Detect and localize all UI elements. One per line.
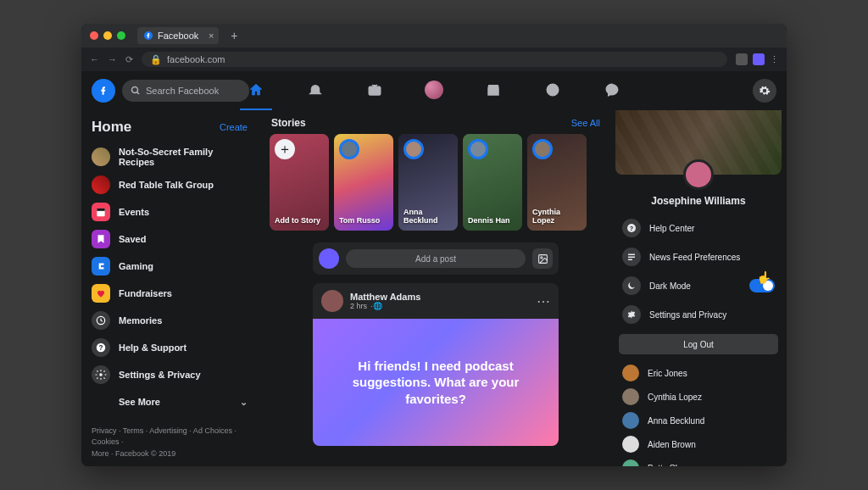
settings-gear-button[interactable] xyxy=(753,79,776,103)
window-titlebar: Facebook × + xyxy=(81,24,787,47)
svg-text:?: ? xyxy=(99,344,103,352)
close-window-button[interactable] xyxy=(90,31,98,40)
sidebar-item-recipes[interactable]: Not-So-Secret Family Recipes xyxy=(86,142,253,171)
post-more-button[interactable]: ⋯ xyxy=(537,293,550,309)
tab-title: Facebook xyxy=(158,31,198,41)
nav-marketplace[interactable] xyxy=(477,71,509,110)
sidebar-item-memories[interactable]: Memories xyxy=(86,307,253,334)
contact-item[interactable]: Anna Becklund xyxy=(619,409,778,432)
create-link[interactable]: Create xyxy=(220,122,248,132)
browser-profile-avatar[interactable] xyxy=(753,53,765,65)
search-input[interactable]: Search Facebook xyxy=(122,80,249,102)
app-root: Search Facebook Home xyxy=(81,71,787,466)
post-card: Matthew Adams 2 hrs·🌐 ⋯ Hi friends! I ne… xyxy=(313,283,559,446)
menu-news-feed-prefs[interactable]: News Feed Preferences xyxy=(619,242,778,271)
sidebar-item-see-more[interactable]: See More⌄ xyxy=(86,388,253,415)
svg-rect-17 xyxy=(628,254,635,256)
post-author-name[interactable]: Matthew Adams xyxy=(350,292,420,302)
svg-rect-18 xyxy=(628,257,635,259)
contact-item[interactable]: Aiden Brown xyxy=(619,432,778,456)
svg-point-6 xyxy=(554,87,556,90)
contacts-list: Eric Jones Cynthia Lopez Anna Becklund A… xyxy=(615,361,782,466)
search-placeholder: Search Facebook xyxy=(146,86,219,96)
svg-rect-19 xyxy=(628,259,632,261)
close-tab-icon[interactable]: × xyxy=(209,31,214,41)
svg-line-2 xyxy=(137,92,140,95)
sidebar-item-fundraisers[interactable]: Fundraisers xyxy=(86,280,253,307)
svg-rect-8 xyxy=(97,209,104,211)
story-card[interactable]: Dennis Han xyxy=(463,134,522,231)
composer-avatar[interactable] xyxy=(319,248,339,269)
composer-input[interactable]: Add a post xyxy=(346,249,526,268)
gear-icon xyxy=(622,305,641,324)
post-body: Hi friends! I need podcast suggestions. … xyxy=(313,319,559,446)
profile-menu: ?Help Center News Feed Preferences Dark … xyxy=(615,214,782,329)
sidebar-item-settings[interactable]: Settings & Privacy xyxy=(86,361,253,388)
menu-settings-privacy[interactable]: Settings and Privacy xyxy=(619,300,778,329)
browser-toolbar: ← → ⟳ 🔒 facebook.com ⋮ xyxy=(81,47,787,71)
svg-point-14 xyxy=(540,256,542,258)
dark-mode-toggle[interactable] xyxy=(749,279,775,292)
sidebar-item-gaming[interactable]: Gaming xyxy=(86,253,253,280)
nav-watch[interactable] xyxy=(359,71,391,110)
left-sidebar: Home Create Not-So-Secret Family Recipes… xyxy=(81,110,261,466)
menu-help-center[interactable]: ?Help Center xyxy=(619,214,778,242)
logout-button[interactable]: Log Out xyxy=(619,334,778,354)
svg-text:?: ? xyxy=(630,226,633,231)
contact-item[interactable]: Eric Jones xyxy=(619,361,778,385)
extension-icon[interactable] xyxy=(736,53,748,65)
back-button[interactable]: ← xyxy=(90,54,99,64)
post-text: Hi friends! I need podcast suggestions. … xyxy=(333,358,538,408)
contact-item[interactable]: Betty Chen xyxy=(619,456,778,466)
nav-home[interactable] xyxy=(240,71,272,110)
forward-button[interactable]: → xyxy=(108,54,117,64)
browser-tab[interactable]: Facebook × xyxy=(137,27,219,44)
svg-point-12 xyxy=(99,373,103,376)
sidebar-title: Home xyxy=(92,119,131,136)
url-text: facebook.com xyxy=(167,54,225,64)
facebook-logo[interactable] xyxy=(92,79,115,103)
stories-title: Stories xyxy=(271,117,306,129)
nav-notifications[interactable] xyxy=(299,71,331,110)
new-tab-button[interactable]: + xyxy=(231,29,237,42)
feed: Stories See All ＋Add to Story Tom Russo … xyxy=(261,110,610,466)
minimize-window-button[interactable] xyxy=(103,31,112,40)
footer-links: Privacy · Terms · Advertising · Ad Choic… xyxy=(86,426,253,467)
contact-item[interactable]: Cynthia Lopez xyxy=(619,385,778,409)
top-nav: Search Facebook xyxy=(81,71,787,110)
svg-point-4 xyxy=(547,84,559,96)
plus-icon: ＋ xyxy=(275,139,295,159)
profile-name[interactable]: Josephine Williams xyxy=(615,195,782,207)
post-timestamp: 2 hrs·🌐 xyxy=(350,302,420,310)
post-author-avatar[interactable] xyxy=(321,290,343,312)
menu-dark-mode[interactable]: Dark Mode xyxy=(619,271,778,300)
sidebar-item-help[interactable]: ?Help & Support xyxy=(86,334,253,361)
story-card[interactable]: Tom Russo xyxy=(334,134,393,231)
story-card[interactable]: Cynthia Lopez xyxy=(527,134,587,231)
nav-groups[interactable] xyxy=(537,71,569,110)
address-bar[interactable]: 🔒 facebook.com xyxy=(142,52,727,67)
composer-photo-button[interactable] xyxy=(532,248,553,269)
stories-row: ＋Add to Story Tom Russo Anna Becklund De… xyxy=(270,134,602,231)
globe-icon: ·🌐 xyxy=(370,302,382,310)
maximize-window-button[interactable] xyxy=(117,31,125,40)
composer: Add a post xyxy=(313,242,559,275)
moon-icon xyxy=(622,276,641,295)
profile-avatar[interactable] xyxy=(683,159,714,190)
story-card[interactable]: Anna Becklund xyxy=(398,134,458,231)
help-icon: ? xyxy=(622,219,641,237)
story-add[interactable]: ＋Add to Story xyxy=(270,134,329,231)
reload-button[interactable]: ⟳ xyxy=(125,54,133,65)
sidebar-item-redtable[interactable]: Red Table Talk Group xyxy=(86,171,253,198)
profile-cover xyxy=(615,110,782,175)
stories-see-all[interactable]: See All xyxy=(571,118,600,128)
lock-icon: 🔒 xyxy=(150,54,162,65)
window-controls xyxy=(90,31,125,40)
sidebar-item-saved[interactable]: Saved xyxy=(86,226,253,253)
nav-profile[interactable] xyxy=(418,71,450,110)
svg-point-5 xyxy=(549,87,552,90)
sidebar-item-events[interactable]: Events xyxy=(86,198,253,226)
browser-menu-icon[interactable]: ⋮ xyxy=(770,54,778,65)
feed-icon xyxy=(622,248,641,266)
nav-messenger[interactable] xyxy=(596,71,628,110)
